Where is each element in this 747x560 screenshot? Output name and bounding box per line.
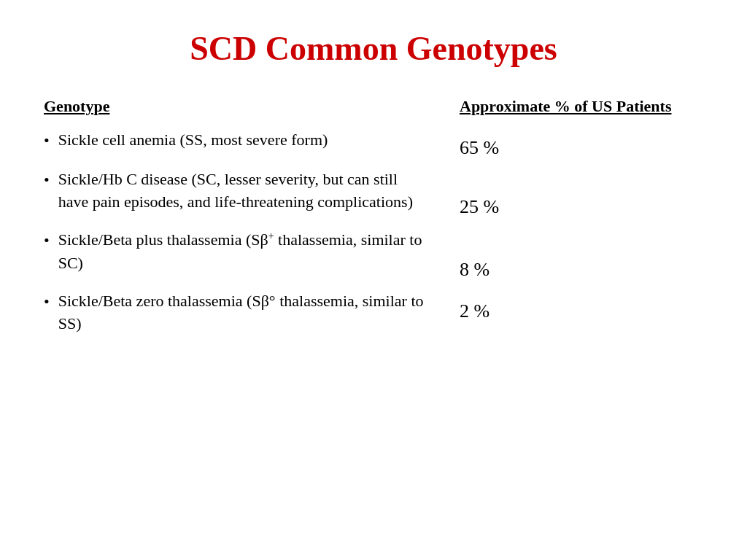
slide-title: SCD Common Genotypes [44,29,703,68]
list-item: • Sickle/Hb C disease (SC, lesser severi… [44,168,430,214]
right-column: Approximate % of US Patients 65 % 25 % 8… [430,97,703,531]
genotype-text-2: Sickle/Hb C disease (SC, lesser severity… [58,168,430,214]
percentage-1: 65 % [460,137,499,159]
genotype-text-4: Sickle/Beta zero thalassemia (Sβ° thalas… [58,290,430,335]
left-column: Genotype • Sickle cell anemia (SS, most … [44,97,430,531]
percentage-3: 8 % [460,259,489,281]
slide: SCD Common Genotypes Genotype • Sickle c… [0,0,747,560]
bullet-icon: • [44,230,50,252]
list-item: • Sickle cell anemia (SS, most severe fo… [44,129,430,152]
list-item: • Sickle/Beta plus thalassemia (Sβ+ thal… [44,229,430,274]
percentage-header: Approximate % of US Patients [460,97,671,116]
percentage-4: 2 % [460,300,489,322]
percentage-list: 65 % 25 % 8 % 2 % [460,129,499,330]
genotype-header: Genotype [44,97,430,116]
percentage-2: 25 % [460,196,499,218]
genotype-text-3: Sickle/Beta plus thalassemia (Sβ+ thalas… [58,229,430,274]
list-item: • Sickle/Beta zero thalassemia (Sβ° thal… [44,290,430,335]
genotype-list: • Sickle cell anemia (SS, most severe fo… [44,129,430,351]
bullet-icon: • [44,291,50,314]
genotype-text-1: Sickle cell anemia (SS, most severe form… [58,129,328,152]
bullet-icon: • [44,130,50,152]
bullet-icon: • [44,169,50,192]
content-area: Genotype • Sickle cell anemia (SS, most … [44,97,703,531]
